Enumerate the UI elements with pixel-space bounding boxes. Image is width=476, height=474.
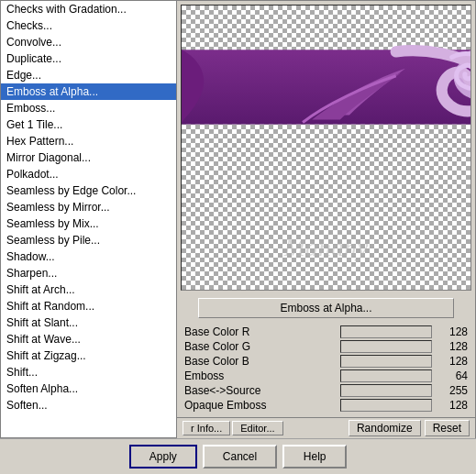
action-buttons-row: Apply Cancel Help (0, 438, 476, 474)
param-value: 64 (436, 369, 468, 382)
param-row: Base Color G128 (184, 340, 468, 353)
param-row: Opaque Emboss128 (184, 399, 468, 412)
bottom-left-buttons: r Info... Editor... (183, 421, 283, 435)
preview-svg (182, 6, 470, 290)
filter-item-shift-wave[interactable]: Shift at Wave... (1, 331, 176, 347)
filter-item-seamless-mirror[interactable]: Seamless by Mirror... (1, 199, 176, 215)
filter-item-shift-random[interactable]: Shift at Random... (1, 298, 176, 314)
filter-item-checks[interactable]: Checks... (1, 17, 176, 34)
filter-item-shadow[interactable]: Shadow... (1, 248, 176, 265)
bottom-right-buttons: Randomize Reset (349, 420, 470, 436)
filter-item-convolve[interactable]: Convolve... (1, 34, 176, 50)
filter-info-button[interactable]: r Info... (183, 421, 230, 435)
preview-area: Manany (181, 5, 471, 291)
filter-item-polkadot[interactable]: Polkadot... (1, 166, 176, 182)
preview-image (182, 6, 470, 290)
reset-button[interactable]: Reset (425, 420, 470, 436)
filter-item-hex-pattern[interactable]: Hex Pattern... (1, 133, 176, 149)
param-value: 128 (436, 399, 468, 412)
filter-item-shift-arch[interactable]: Shift at Arch... (1, 281, 176, 298)
filter-item-shift-zigzag[interactable]: Shift at Zigzag... (1, 347, 176, 364)
param-label: Base Color B (184, 355, 337, 368)
param-value: 255 (436, 384, 468, 397)
filter-item-seamless-pile[interactable]: Seamless by Pile... (1, 232, 176, 248)
filter-item-get-1-tile[interactable]: Get 1 Tile... (1, 116, 176, 133)
filter-list: Checks with Gradation...Checks...Convolv… (1, 1, 176, 437)
param-row: Base Color R128 (184, 325, 468, 338)
param-label: Emboss (184, 369, 337, 382)
bottom-toolbar: r Info... Editor... Randomize Reset (177, 417, 475, 438)
param-slider[interactable] (340, 325, 432, 338)
param-value: 128 (436, 355, 468, 368)
param-slider[interactable] (340, 369, 432, 382)
filter-item-seamless-edge-color[interactable]: Seamless by Edge Color... (1, 182, 176, 199)
param-row: Emboss64 (184, 369, 468, 382)
filter-item-emboss[interactable]: Emboss... (1, 100, 176, 116)
filter-item-checks-gradation[interactable]: Checks with Gradation... (1, 1, 176, 17)
param-label: Base Color R (184, 325, 337, 338)
apply-button-area: Emboss at Alpha... (177, 294, 475, 322)
editor-button[interactable]: Editor... (232, 421, 282, 435)
param-slider[interactable] (340, 399, 432, 412)
filter-item-soften[interactable]: Soften... (1, 397, 176, 413)
param-label: Base<->Source (184, 384, 337, 397)
filter-item-edge[interactable]: Edge... (1, 67, 176, 83)
filter-item-seamless-mix[interactable]: Seamless by Mix... (1, 215, 176, 232)
filter-item-shift-slant[interactable]: Shift at Slant... (1, 314, 176, 331)
apply-filter-button[interactable]: Emboss at Alpha... (198, 298, 453, 318)
main-window: Checks with Gradation...Checks...Convolv… (0, 0, 476, 474)
help-button[interactable]: Help (282, 445, 347, 468)
filter-item-mirror-diagonal[interactable]: Mirror Diagonal... (1, 149, 176, 166)
filter-list-panel: Checks with Gradation...Checks...Convolv… (0, 0, 177, 438)
apply-button[interactable]: Apply (129, 445, 197, 468)
right-panel: Manany Emboss at Alpha... Base Color R12… (177, 0, 476, 438)
params-area: Base Color R128Base Color G128Base Color… (177, 322, 475, 417)
filter-item-duplicate[interactable]: Duplicate... (1, 50, 176, 67)
randomize-button[interactable]: Randomize (349, 420, 421, 436)
filter-item-shift[interactable]: Shift... (1, 364, 176, 380)
filter-item-emboss-alpha[interactable]: Emboss at Alpha... (1, 83, 176, 100)
param-value: 128 (436, 340, 468, 353)
param-row: Base<->Source255 (184, 384, 468, 397)
param-value: 128 (436, 325, 468, 338)
param-slider[interactable] (340, 355, 432, 368)
cancel-button[interactable]: Cancel (203, 445, 277, 468)
param-label: Opaque Emboss (184, 399, 337, 412)
content-area: Checks with Gradation...Checks...Convolv… (0, 0, 476, 438)
param-label: Base Color G (184, 340, 337, 353)
param-row: Base Color B128 (184, 355, 468, 368)
filter-item-sharpen[interactable]: Sharpen... (1, 265, 176, 281)
param-slider[interactable] (340, 384, 432, 397)
filter-item-soften-alpha[interactable]: Soften Alpha... (1, 380, 176, 397)
param-slider[interactable] (340, 340, 432, 353)
